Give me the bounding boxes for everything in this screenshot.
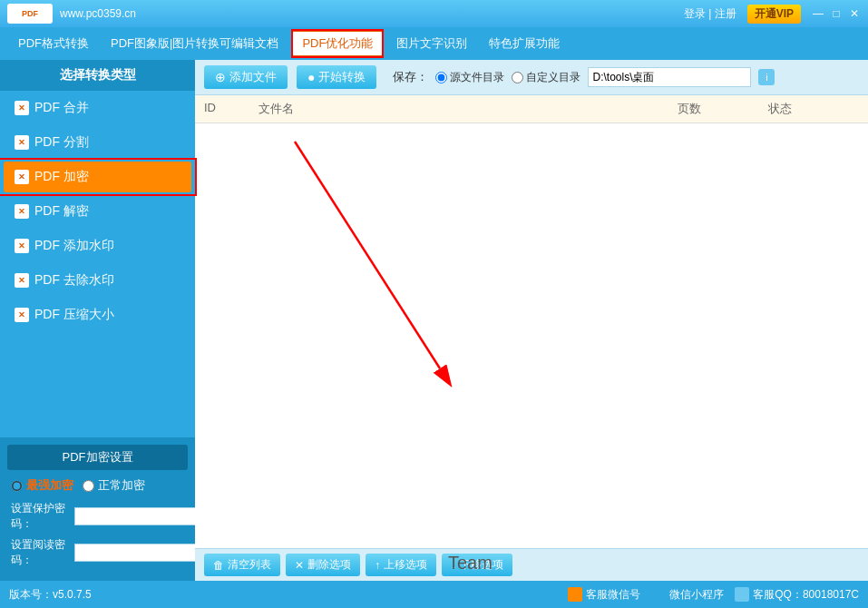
team-label: Team — [448, 553, 493, 574]
arrow-annotation — [249, 132, 503, 405]
mini-program-item[interactable]: 微信小程序 — [651, 587, 724, 603]
custom-dir-label: 自定义目录 — [526, 70, 580, 85]
nav-extra[interactable]: 特色扩展功能 — [480, 32, 569, 55]
custom-dir-option[interactable]: 自定义目录 — [512, 70, 580, 85]
window-controls: — □ ✕ — [812, 7, 861, 20]
encrypt-panel: PDF加密设置 最强加密 正常加密 设置保护密码： 设置阅读密码： — [0, 437, 195, 581]
auth-links: 登录 | 注册 — [684, 6, 736, 22]
header-pages: 页数 — [678, 101, 768, 117]
start-icon: ● — [307, 70, 315, 84]
qq-service-icon — [735, 587, 749, 602]
register-link[interactable]: 注册 — [715, 7, 736, 20]
source-dir-label: 源文件目录 — [450, 70, 504, 85]
normal-encrypt-radio[interactable] — [83, 480, 94, 492]
maximize-button[interactable]: □ — [830, 7, 843, 20]
normal-encrypt-label: 正常加密 — [98, 477, 145, 494]
info-icon[interactable]: i — [758, 69, 775, 85]
sidebar-item-label: PDF 解密 — [34, 203, 89, 220]
pdf-split-icon — [15, 135, 29, 150]
add-file-icon: ⊕ — [215, 70, 226, 84]
status-bar: 版本号：v5.0.7.5 客服微信号 微信小程序 客服QQ：80018017C — [0, 581, 868, 608]
read-pwd-row: 设置阅读密码： — [7, 537, 188, 568]
custom-dir-radio[interactable] — [512, 72, 523, 83]
header-id: ID — [204, 101, 258, 117]
encrypt-panel-title: PDF加密设置 — [7, 445, 188, 470]
strong-encrypt-radio[interactable] — [11, 480, 23, 492]
qq-service-label: 客服QQ：80018017C — [753, 587, 859, 603]
move-up-icon: ↑ — [375, 559, 380, 572]
add-file-button[interactable]: ⊕ 添加文件 — [204, 65, 288, 89]
move-up-button[interactable]: ↑ 上移选项 — [366, 554, 436, 576]
close-button[interactable]: ✕ — [848, 7, 861, 20]
sidebar-item-pdf-watermark-remove[interactable]: PDF 去除水印 — [4, 265, 191, 296]
nav-image-ocr[interactable]: 图片文字识别 — [387, 32, 476, 55]
status-right: 客服微信号 微信小程序 客服QQ：80018017C — [568, 587, 859, 603]
sidebar-item-pdf-compress[interactable]: PDF 压缩大小 — [4, 299, 191, 330]
strong-encrypt-option[interactable]: 最强加密 — [11, 477, 73, 494]
sidebar-item-pdf-split[interactable]: PDF 分割 — [4, 127, 191, 158]
wechat-service-label: 客服微信号 — [586, 587, 640, 603]
mini-program-icon — [651, 587, 666, 602]
svg-line-1 — [295, 142, 440, 368]
nav-bar: PDF格式转换 PDF图象版|图片转换可编辑文档 PDF优化功能 图片文字识别 … — [0, 27, 868, 60]
sidebar-item-label: PDF 加密 — [34, 169, 89, 185]
pdf-watermark-remove-icon — [15, 273, 29, 288]
protect-pwd-row: 设置保护密码： — [7, 501, 188, 532]
sidebar-item-label: PDF 去除水印 — [34, 272, 114, 289]
read-pwd-label: 设置阅读密码： — [11, 537, 74, 568]
save-path-input[interactable]: D:\tools\桌面 — [588, 67, 751, 87]
wechat-service-item[interactable]: 客服微信号 — [568, 587, 640, 603]
normal-encrypt-option[interactable]: 正常加密 — [83, 477, 145, 494]
protect-pwd-label: 设置保护密码： — [11, 501, 74, 532]
nav-pdf-optimize[interactable]: PDF优化功能 — [291, 30, 384, 57]
sidebar-item-pdf-watermark-add[interactable]: PDF 添加水印 — [4, 230, 191, 261]
title-bar-left: PDF www.pc0359.cn — [7, 4, 136, 24]
sidebar-item-label: PDF 压缩大小 — [34, 307, 114, 323]
nav-pdf-image[interactable]: PDF图象版|图片转换可编辑文档 — [102, 32, 288, 55]
clear-list-button[interactable]: 🗑 清空列表 — [204, 554, 280, 576]
delete-item-label: 删除选项 — [307, 557, 351, 573]
pdf-encrypt-icon — [15, 170, 29, 184]
table-body — [195, 123, 868, 398]
content-wrapper: ⊕ 添加文件 ● 开始转换 保存： 源文件目录 自定义目录 D:\tools\桌… — [195, 60, 868, 581]
sidebar-header: 选择转换类型 — [0, 60, 195, 91]
file-table: ID 文件名 页数 状态 — [195, 95, 868, 548]
start-button[interactable]: ● 开始转换 — [297, 65, 376, 89]
minimize-button[interactable]: — — [812, 7, 824, 20]
encrypt-radio-row: 最强加密 正常加密 — [7, 477, 188, 494]
sidebar-item-pdf-decrypt[interactable]: PDF 解密 — [4, 196, 191, 227]
pdf-merge-icon — [15, 101, 29, 115]
separator: | — [708, 7, 711, 20]
header-filename: 文件名 — [258, 101, 678, 117]
add-file-label: 添加文件 — [229, 69, 277, 85]
pdf-encrypt-wrapper: PDF 加密 — [0, 160, 195, 194]
pdf-watermark-add-icon — [15, 239, 29, 253]
source-dir-option[interactable]: 源文件目录 — [435, 70, 504, 85]
sidebar-item-label: PDF 添加水印 — [34, 238, 114, 254]
login-link[interactable]: 登录 — [684, 7, 706, 20]
start-label: 开始转换 — [318, 69, 366, 85]
sidebar-item-pdf-encrypt[interactable]: PDF 加密 — [4, 162, 191, 192]
nav-pdf-format[interactable]: PDF格式转换 — [9, 32, 98, 55]
source-dir-radio[interactable] — [435, 72, 447, 83]
vip-button[interactable]: 开通VIP — [747, 5, 801, 24]
mini-program-label: 微信小程序 — [669, 587, 724, 603]
qq-service-item[interactable]: 客服QQ：80018017C — [735, 587, 859, 603]
clear-list-label: 清空列表 — [228, 557, 271, 573]
version-label: 版本号：v5.0.7.5 — [9, 587, 92, 603]
move-up-label: 上移选项 — [384, 557, 427, 573]
app-logo: PDF — [7, 4, 53, 24]
sidebar-item-label: PDF 分割 — [34, 134, 89, 151]
table-header: ID 文件名 页数 状态 — [195, 95, 868, 123]
delete-item-button[interactable]: ✕ 删除选项 — [286, 554, 360, 576]
clear-list-icon: 🗑 — [213, 559, 224, 572]
header-status: 状态 — [768, 101, 859, 117]
strong-encrypt-label: 最强加密 — [26, 477, 73, 494]
wechat-service-icon — [568, 587, 582, 602]
sidebar-item-pdf-merge[interactable]: PDF 合并 — [4, 93, 191, 123]
delete-item-icon: ✕ — [295, 559, 304, 572]
sidebar-item-label: PDF 合并 — [34, 100, 89, 116]
sidebar: 选择转换类型 PDF 合并 PDF 分割 PDF 加密 PDF 解密 PDF 添… — [0, 60, 195, 581]
save-label: 保存： — [393, 69, 428, 85]
title-bar-right: 登录 | 注册 开通VIP — □ ✕ — [684, 5, 861, 24]
